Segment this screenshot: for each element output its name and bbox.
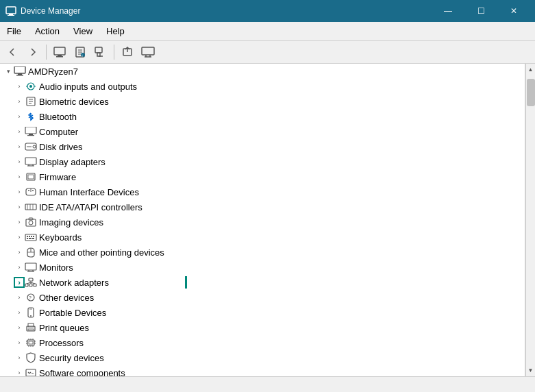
hid-label: Human Interface Devices [39, 187, 139, 197]
svg-rect-96 [26, 369, 36, 376]
svg-rect-61 [29, 238, 32, 239]
keyboard-icon [25, 232, 37, 243]
monitor-button[interactable] [138, 43, 158, 61]
other-icon: ? [25, 292, 37, 303]
toolbar: i [0, 41, 535, 64]
expand-bluetooth[interactable]: › [14, 111, 25, 122]
expand-network[interactable]: › [14, 277, 25, 288]
audio-label: Audio inputs and outputs [39, 82, 137, 92]
svg-rect-85 [29, 341, 33, 344]
maximize-button[interactable]: ☐ [465, 0, 497, 22]
minimize-button[interactable]: — [432, 0, 464, 22]
back-button[interactable] [3, 43, 22, 61]
expand-security[interactable]: › [14, 352, 25, 363]
menu-view[interactable]: View [66, 23, 99, 39]
scroll-down-button[interactable]: ▼ [526, 365, 536, 376]
svg-rect-12 [95, 47, 102, 53]
expand-keyboards[interactable]: › [14, 232, 25, 243]
print-label: Print queues [39, 323, 89, 333]
expand-portable[interactable]: › [14, 307, 25, 318]
biometric-label: Biometric devices [39, 97, 109, 107]
list-item[interactable]: › Computer [0, 124, 525, 139]
svg-rect-58 [31, 236, 32, 237]
network-icon [25, 277, 37, 288]
update-button[interactable] [118, 43, 137, 61]
computer-button[interactable] [50, 43, 69, 61]
properties-button[interactable]: i [71, 43, 90, 61]
expand-firmware[interactable]: › [14, 171, 25, 182]
close-button[interactable]: ✕ [498, 0, 530, 22]
scroll-thumb[interactable] [527, 79, 535, 106]
list-item[interactable]: › Mice and other pointing devices [0, 245, 525, 260]
mouse-icon [25, 247, 37, 258]
list-item[interactable]: › Imaging devices [0, 215, 525, 230]
svg-rect-5 [56, 56, 63, 58]
expand-disk[interactable]: › [14, 141, 25, 152]
svg-point-79 [30, 315, 32, 317]
expand-other[interactable]: › [14, 292, 25, 303]
expand-audio[interactable]: › [14, 81, 25, 92]
list-item[interactable]: › Audio inputs and outputs [0, 79, 525, 94]
expand-processors[interactable]: › [14, 337, 25, 348]
list-item[interactable]: › Bluetooth [0, 109, 525, 124]
list-item[interactable]: › Software components [0, 365, 525, 376]
expand-mice[interactable]: › [14, 247, 25, 258]
disk-icon [25, 141, 37, 152]
list-item[interactable]: › Monitors [0, 260, 525, 275]
expand-monitors[interactable]: › [14, 262, 25, 273]
menu-action[interactable]: Action [28, 23, 66, 39]
svg-rect-83 [28, 329, 34, 330]
expand-display[interactable]: › [14, 156, 25, 167]
biometric-icon [25, 96, 37, 107]
scroll-up-button[interactable]: ▲ [526, 64, 536, 75]
list-item[interactable]: › Keyboards [0, 230, 525, 245]
list-item[interactable]: › Portable Devices [0, 305, 525, 320]
computer-tree-icon [25, 126, 37, 137]
mice-label: Mice and other pointing devices [39, 247, 164, 258]
root-label: AMDRyzen7 [28, 66, 78, 77]
window-title: Device Manager [21, 6, 432, 16]
list-item[interactable]: › IDE ATA/ATAPI controllers [0, 199, 525, 215]
svg-text:i: i [82, 53, 83, 58]
security-icon [25, 352, 37, 363]
tree-root[interactable]: ▾ AMDRyzen7 [0, 64, 525, 79]
firmware-label: Firmware [39, 172, 76, 182]
expand-root[interactable]: ▾ [3, 66, 14, 77]
menu-help[interactable]: Help [99, 23, 132, 39]
scroll-track[interactable] [526, 75, 536, 365]
expand-ide[interactable]: › [14, 201, 25, 212]
list-item[interactable]: › Human Interface Devices [0, 184, 525, 199]
computer-tree-label: Computer [39, 127, 78, 137]
scan-button[interactable] [91, 43, 110, 61]
svg-rect-3 [54, 47, 65, 55]
cursor-indicator [185, 276, 187, 289]
svg-point-25 [29, 85, 32, 88]
expand-imaging[interactable]: › [14, 217, 25, 228]
list-item[interactable]: › Display adapters [0, 154, 525, 169]
monitor-icon [25, 262, 37, 273]
expand-computer[interactable]: › [14, 126, 25, 137]
forward-button[interactable] [23, 43, 42, 61]
list-item[interactable]: › Biometric devices [0, 94, 525, 109]
svg-rect-1 [9, 14, 13, 15]
expand-biometric[interactable]: › [14, 96, 25, 107]
device-tree[interactable]: ▾ AMDRyzen7 › Audio input [0, 64, 525, 376]
list-item[interactable]: › Network adapters [0, 275, 525, 290]
menu-file[interactable]: File [0, 23, 28, 39]
list-item[interactable]: › Processors [0, 335, 525, 350]
svg-rect-59 [33, 236, 34, 237]
svg-rect-43 [28, 175, 34, 179]
expand-software-comp[interactable]: › [14, 367, 25, 376]
expand-print[interactable]: › [14, 322, 25, 333]
expand-hid[interactable]: › [14, 186, 25, 197]
list-item[interactable]: › Disk drives [0, 139, 525, 154]
scrollbar[interactable]: ▲ ▼ [525, 64, 535, 376]
list-item[interactable]: › Firmware [0, 169, 525, 184]
security-label: Security devices [39, 353, 104, 363]
hid-icon [25, 186, 37, 197]
list-item[interactable]: › Security devices [0, 350, 525, 365]
svg-line-97 [28, 372, 29, 373]
title-bar: Device Manager — ☐ ✕ [0, 0, 535, 22]
list-item[interactable]: › Print queues [0, 320, 525, 335]
list-item[interactable]: › ? Other devices [0, 290, 525, 305]
